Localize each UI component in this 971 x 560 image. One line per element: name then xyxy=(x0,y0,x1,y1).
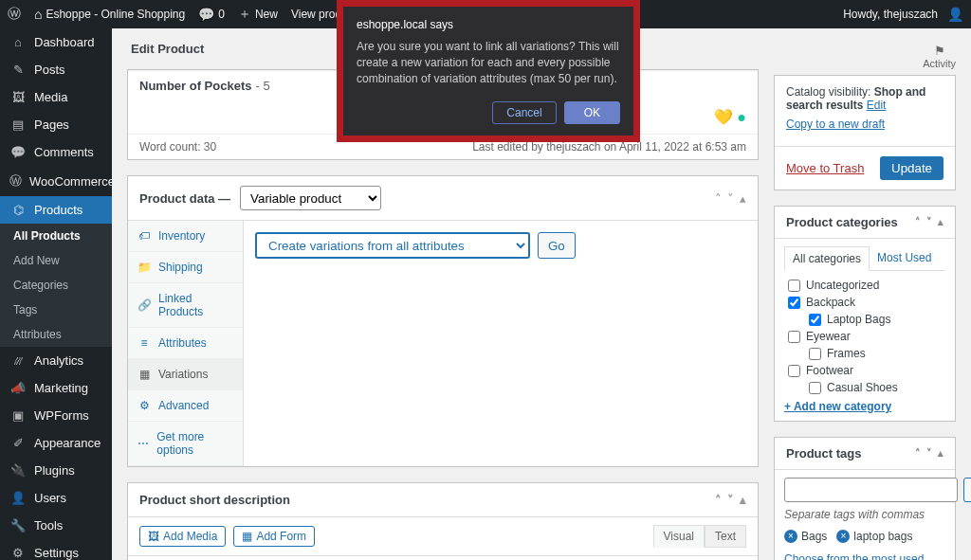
panel-toggle-icon[interactable]: ▴ xyxy=(938,447,944,460)
submenu-item-categories[interactable]: Categories xyxy=(0,273,112,298)
menu-label: Posts xyxy=(34,63,65,77)
pd-tab-shipping[interactable]: 📁Shipping xyxy=(128,252,243,283)
menu-item-appearance[interactable]: ✐Appearance xyxy=(0,429,112,457)
cat-tab-all[interactable]: All categories xyxy=(784,246,870,271)
pd-tab-linked-products[interactable]: 🔗Linked Products xyxy=(128,283,243,328)
category-checkbox[interactable] xyxy=(788,365,800,377)
category-item[interactable]: Laptop Bags xyxy=(788,311,942,328)
category-checkbox[interactable] xyxy=(788,331,800,343)
pd-tab-variations[interactable]: ▦Variations xyxy=(128,359,243,390)
pd-tab-inventory[interactable]: 🏷Inventory xyxy=(128,221,243,252)
category-item[interactable]: Uncategorized xyxy=(788,277,942,294)
menu-label: Marketing xyxy=(34,381,88,395)
menu-icon: ✐ xyxy=(9,436,27,450)
category-checkbox[interactable] xyxy=(788,280,800,292)
form-icon: ▦ xyxy=(242,530,252,543)
category-checkbox[interactable] xyxy=(788,297,800,309)
add-category-link[interactable]: + Add new category xyxy=(784,400,891,413)
panel-toggle-icon[interactable]: ▴ xyxy=(740,191,746,206)
heart-icon: 💛 xyxy=(714,109,733,125)
panel-toggle-icon[interactable]: ▴ xyxy=(740,493,746,507)
new-content-link[interactable]: ＋New xyxy=(238,6,278,23)
edit-visibility-link[interactable]: Edit xyxy=(867,99,887,112)
cancel-button[interactable]: Cancel xyxy=(492,101,556,124)
menu-item-settings[interactable]: ⚙Settings xyxy=(0,539,112,560)
product-type-select[interactable]: Variable product xyxy=(240,186,381,210)
menu-label: Comments xyxy=(34,145,94,159)
submenu-item-all-products[interactable]: All Products xyxy=(0,224,112,248)
panel-up-icon[interactable]: ˄ xyxy=(715,191,722,206)
panel-down-icon[interactable]: ˅ xyxy=(727,191,734,206)
remove-tag-icon[interactable]: × xyxy=(836,530,850,543)
word-count: Word count: 30 xyxy=(139,140,216,154)
menu-label: Products xyxy=(34,203,82,217)
tab-label: Attributes xyxy=(158,336,207,350)
category-item[interactable]: Backpack xyxy=(788,294,942,311)
category-checkbox[interactable] xyxy=(809,382,821,394)
category-item[interactable]: Footwear xyxy=(788,362,942,379)
pd-tab-attributes[interactable]: ≡Attributes xyxy=(128,328,243,359)
menu-item-woocommerce[interactable]: ⓌWooCommerce xyxy=(0,166,112,196)
menu-item-media[interactable]: 🖼Media xyxy=(0,83,112,111)
category-label: Casual Shoes xyxy=(827,381,898,394)
visual-tab[interactable]: Visual xyxy=(653,525,705,548)
menu-item-comments[interactable]: 💬Comments xyxy=(0,138,112,166)
category-item[interactable]: Eyewear xyxy=(788,328,942,345)
comments-link[interactable]: 💬0 xyxy=(198,7,225,22)
add-form-button[interactable]: ▦Add Form xyxy=(233,526,315,547)
ok-button[interactable]: OK xyxy=(564,101,620,124)
menu-item-users[interactable]: 👤Users xyxy=(0,484,112,512)
menu-item-dashboard[interactable]: ⌂Dashboard xyxy=(0,28,112,56)
activity-button[interactable]: ⚑ Activity xyxy=(923,44,956,69)
pd-tab-advanced[interactable]: ⚙Advanced xyxy=(128,390,243,422)
category-checkbox[interactable] xyxy=(809,314,821,326)
panel-up-icon[interactable]: ˄ xyxy=(915,447,921,460)
tab-icon: ▦ xyxy=(137,368,151,381)
category-item[interactable]: Casual Shoes xyxy=(788,379,942,394)
cat-tab-used[interactable]: Most Used xyxy=(870,246,939,270)
menu-label: Plugins xyxy=(34,463,75,478)
tab-icon: ⋯ xyxy=(137,437,149,450)
menu-item-products[interactable]: ⌬Products xyxy=(0,196,112,224)
go-button[interactable]: Go xyxy=(538,232,576,259)
menu-icon: 🔧 xyxy=(9,518,27,533)
add-media-button[interactable]: 🖼Add Media xyxy=(139,526,226,547)
menu-item-marketing[interactable]: 📣Marketing xyxy=(0,374,112,402)
submenu-item-add-new[interactable]: Add New xyxy=(0,248,112,273)
panel-up-icon[interactable]: ˄ xyxy=(915,216,921,228)
menu-item-analytics[interactable]: ⫻Analytics xyxy=(0,347,112,374)
submenu-item-attributes[interactable]: Attributes xyxy=(0,322,112,347)
menu-item-plugins[interactable]: 🔌Plugins xyxy=(0,457,112,484)
menu-item-tools[interactable]: 🔧Tools xyxy=(0,512,112,539)
wp-logo[interactable]: ⓦ xyxy=(8,6,21,23)
choose-tags-link[interactable]: Choose from the most used tags xyxy=(784,552,924,561)
category-label: Frames xyxy=(827,347,866,360)
category-item[interactable]: Frames xyxy=(788,345,942,362)
text-tab[interactable]: Text xyxy=(705,525,746,548)
howdy-user[interactable]: Howdy, thejuszach👤 xyxy=(843,7,963,22)
add-tag-button[interactable]: Add xyxy=(963,478,971,502)
editor-toolbar: Paragraph B I ☰ ≡ ❝ ≡ ≣ ≡ 🔗 ▦ ⛶ ▤ xyxy=(128,556,758,560)
variation-action-select[interactable]: Create variations from all attributes xyxy=(255,232,530,259)
copy-draft-link[interactable]: Copy to a new draft xyxy=(786,117,885,131)
menu-item-pages[interactable]: ▤Pages xyxy=(0,111,112,138)
panel-down-icon[interactable]: ˅ xyxy=(926,216,932,228)
menu-item-posts[interactable]: ✎Posts xyxy=(0,56,112,83)
panel-down-icon[interactable]: ˅ xyxy=(926,447,932,460)
categories-title: Product categories xyxy=(786,215,898,229)
panel-toggle-icon[interactable]: ▴ xyxy=(938,216,944,228)
panel-up-icon[interactable]: ˄ xyxy=(715,493,722,507)
submenu-item-tags[interactable]: Tags xyxy=(0,298,112,322)
tab-label: Shipping xyxy=(158,261,203,274)
move-to-trash-link[interactable]: Move to Trash xyxy=(786,161,864,175)
panel-down-icon[interactable]: ˅ xyxy=(727,493,734,507)
category-checkbox[interactable] xyxy=(809,348,821,360)
remove-tag-icon[interactable]: × xyxy=(784,530,797,543)
menu-item-wpforms[interactable]: ▣WPForms xyxy=(0,402,112,429)
tag-input[interactable] xyxy=(784,478,958,502)
pd-tab-get-more-options[interactable]: ⋯Get more options xyxy=(128,422,243,466)
menu-label: Pages xyxy=(34,117,69,132)
menu-label: Dashboard xyxy=(34,35,95,49)
update-button[interactable]: Update xyxy=(880,156,944,180)
site-name-link[interactable]: ⌂Eshoppe - Online Shopping xyxy=(34,7,185,22)
